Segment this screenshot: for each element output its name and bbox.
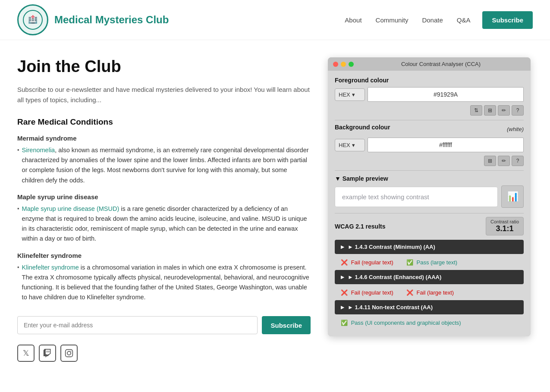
aa-regular-text: Fail (regular text)	[351, 259, 393, 266]
background-hex-input[interactable]	[368, 138, 524, 152]
foreground-color-row: HEX ▾	[335, 87, 524, 102]
svg-point-6	[71, 351, 72, 352]
nav-community[interactable]: Community	[371, 13, 414, 27]
cca-widget: Colour Contrast Analyser (CCA) Foregroun…	[328, 57, 531, 336]
play-icon-aaa: ▶	[341, 275, 344, 279]
aaa-regular-result: ❌ Fail (regular text)	[341, 289, 393, 296]
background-format-value: HEX	[339, 142, 350, 148]
divider-3	[335, 213, 524, 213]
aa-large-text: Pass (large text)	[417, 259, 458, 266]
wcag-aaa-details: ❌ Fail (regular text) ❌ Fail (large text…	[335, 287, 524, 300]
nontext-result: ✅ Pass (UI components and graphical obje…	[341, 320, 461, 326]
right-column: Colour Contrast Analyser (CCA) Foregroun…	[328, 57, 533, 362]
pass-icon-aa-large: ✅	[406, 259, 413, 266]
fail-icon-aaa-regular: ❌	[341, 289, 348, 296]
condition-item-2: ▪ Maple syrup urine disease (MSUD) is a …	[17, 204, 311, 244]
chevron-down-icon: ▾	[352, 91, 355, 98]
divider-2	[335, 170, 524, 171]
site-header: 🏥 Medical Mysteries Club About Community…	[0, 0, 550, 40]
svg-rect-4	[66, 350, 73, 357]
fail-icon-aaa-large: ❌	[406, 289, 413, 296]
background-format-select[interactable]: HEX ▾	[335, 139, 365, 151]
titlebar-dot-minimize[interactable]	[341, 62, 346, 67]
instagram-svg	[65, 349, 73, 358]
svg-rect-2	[49, 351, 50, 352]
condition-text-2: Maple syrup urine disease (MSUD) is a ra…	[22, 204, 311, 244]
cca-title: Colour Contrast Analyser (CCA)	[356, 61, 525, 67]
titlebar-dot-close[interactable]	[333, 62, 338, 67]
cca-body: Foreground colour HEX ▾ ⇅ ⊞ ✏ ?	[328, 71, 531, 336]
chart-icon[interactable]: 📊	[501, 185, 524, 208]
left-column: Join the Club Subscribe to our e-newslet…	[17, 57, 311, 362]
condition-heading-3: Klinefelter syndrome	[17, 252, 311, 259]
nav-qa[interactable]: Q&A	[452, 13, 476, 27]
header-subscribe-button[interactable]: Subscribe	[482, 11, 533, 29]
condition-link-3[interactable]: Klinefelter syndrome	[22, 264, 79, 271]
condition-link-1[interactable]: Sirenomelia	[22, 147, 55, 154]
aa-regular-result: ❌ Fail (regular text)	[341, 259, 393, 266]
wcag-aaa-label: ► 1.4.6 Contrast (Enhanced) (AAA)	[348, 274, 441, 280]
email-input[interactable]	[17, 316, 258, 334]
background-icon-row: ⊞ ✏ ?	[335, 156, 524, 166]
foreground-format-value: HEX	[339, 91, 350, 98]
background-white-label: (white)	[507, 126, 524, 132]
pass-icon-nontext: ✅	[341, 320, 348, 326]
contrast-ratio-box: Contrast ratio 3.1:1	[486, 217, 524, 235]
bg-help-icon[interactable]: ?	[512, 156, 524, 166]
background-color-row: HEX ▾	[335, 138, 524, 152]
logo-svg: 🏥	[22, 9, 44, 31]
main-nav: About Community Donate Q&A Subscribe	[339, 11, 533, 29]
sample-preview-area: example text showing contrast 📊	[335, 185, 524, 208]
background-header-row: Background colour (white)	[335, 124, 524, 134]
condition-text-3: Klinefelter syndrome is a chromosomal va…	[22, 263, 311, 303]
aaa-regular-text: Fail (regular text)	[351, 289, 393, 296]
adjust-icon[interactable]: ⊞	[484, 105, 496, 116]
page-title: Join the Club	[17, 57, 311, 76]
svg-rect-3	[47, 351, 47, 352]
bullet-2: ▪	[17, 205, 19, 212]
social-icons: 𝕏	[17, 345, 311, 362]
contrast-ratio-value: 3.1:1	[490, 224, 519, 233]
form-subscribe-button[interactable]: Subscribe	[262, 316, 311, 334]
svg-point-5	[67, 351, 71, 355]
nav-donate[interactable]: Donate	[417, 13, 448, 27]
bg-eyedropper-icon[interactable]: ✏	[498, 156, 510, 166]
condition-item-1: ▪ Sirenomelia, also known as mermaid syn…	[17, 145, 311, 185]
foreground-format-select[interactable]: HEX ▾	[335, 88, 365, 101]
instagram-icon[interactable]	[60, 345, 78, 362]
play-icon-nontext: ▶	[341, 305, 344, 310]
titlebar-dot-maximize[interactable]	[349, 62, 354, 67]
conditions-heading: Rare Medical Conditions	[17, 117, 311, 127]
wcag-aa-label: ► 1.4.3 Contrast (Minimum) (AA)	[348, 244, 435, 250]
condition-item-3: ▪ Klinefelter syndrome is a chromosomal …	[17, 263, 311, 303]
bullet-3: ▪	[17, 264, 19, 270]
aa-large-result: ✅ Pass (large text)	[406, 259, 457, 266]
wcag-section-header: WCAG 2.1 results Contrast ratio 3.1:1	[335, 217, 524, 235]
foreground-label: Foreground colour	[335, 77, 524, 84]
foreground-icon-row: ⇅ ⊞ ✏ ?	[335, 105, 524, 116]
swap-icon[interactable]: ⇅	[470, 105, 482, 116]
twitter-icon[interactable]: 𝕏	[17, 345, 35, 362]
intro-text: Subscribe to our e-newsletter and have m…	[17, 85, 311, 105]
condition-link-2[interactable]: Maple syrup urine disease (MSUD)	[22, 205, 119, 212]
sample-preview-header: ▼ Sample preview	[335, 175, 524, 182]
cca-titlebar: Colour Contrast Analyser (CCA)	[328, 57, 531, 71]
wcag-nontext-bar[interactable]: ▶ ► 1.4.11 Non-text Contrast (AA)	[335, 300, 524, 314]
help-icon[interactable]: ?	[512, 105, 524, 116]
wcag-aa-bar[interactable]: ▶ ► 1.4.3 Contrast (Minimum) (AA)	[335, 240, 524, 254]
twitch-icon[interactable]	[39, 345, 56, 362]
wcag-aaa-bar[interactable]: ▶ ► 1.4.6 Contrast (Enhanced) (AAA)	[335, 270, 524, 284]
contrast-ratio-label: Contrast ratio	[490, 219, 519, 224]
bg-adjust-icon[interactable]: ⊞	[484, 156, 496, 166]
condition-heading-2: Maple syrup urine disease	[17, 193, 311, 201]
condition-heading-1: Mermaid syndrome	[17, 135, 311, 142]
nontext-text: Pass (UI components and graphical object…	[351, 320, 461, 326]
foreground-hex-input[interactable]	[368, 87, 524, 102]
wcag-aa-details: ❌ Fail (regular text) ✅ Pass (large text…	[335, 257, 524, 270]
wcag-nontext-label: ► 1.4.11 Non-text Contrast (AA)	[348, 304, 433, 310]
play-icon-aa: ▶	[341, 245, 344, 249]
nav-about[interactable]: About	[339, 13, 367, 27]
logo-area: 🏥 Medical Mysteries Club	[17, 4, 169, 35]
sample-text-preview: example text showing contrast	[335, 187, 498, 207]
eyedropper-icon[interactable]: ✏	[498, 105, 510, 116]
